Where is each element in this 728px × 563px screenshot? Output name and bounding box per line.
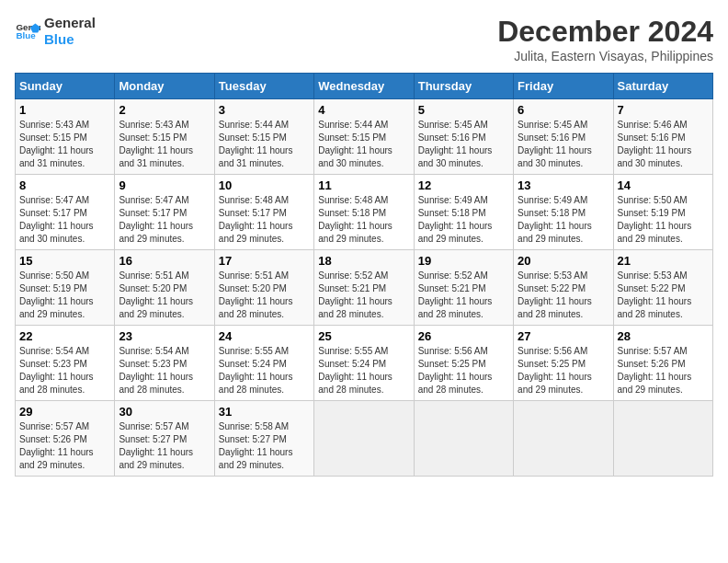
- calendar-day-cell: 1Sunrise: 5:43 AM Sunset: 5:15 PM Daylig…: [16, 99, 115, 175]
- day-info: Sunrise: 5:53 AM Sunset: 5:22 PM Dayligh…: [518, 270, 609, 321]
- day-number: 25: [318, 329, 409, 343]
- day-number: 12: [418, 178, 509, 192]
- month-title: December 2024: [497, 15, 713, 49]
- day-number: 17: [219, 254, 310, 268]
- calendar-day-cell: 11Sunrise: 5:48 AM Sunset: 5:18 PM Dayli…: [314, 175, 414, 250]
- day-number: 1: [19, 103, 110, 117]
- calendar-day-cell: 15Sunrise: 5:50 AM Sunset: 5:19 PM Dayli…: [16, 250, 115, 326]
- day-info: Sunrise: 5:52 AM Sunset: 5:21 PM Dayligh…: [418, 270, 509, 321]
- day-info: Sunrise: 5:48 AM Sunset: 5:17 PM Dayligh…: [219, 194, 310, 246]
- calendar-day-cell: 26Sunrise: 5:56 AM Sunset: 5:25 PM Dayli…: [414, 326, 513, 401]
- calendar-day-cell: 22Sunrise: 5:54 AM Sunset: 5:23 PM Dayli…: [16, 326, 115, 401]
- calendar-day-cell: 29Sunrise: 5:57 AM Sunset: 5:26 PM Dayli…: [16, 401, 115, 477]
- day-info: Sunrise: 5:45 AM Sunset: 5:16 PM Dayligh…: [418, 119, 509, 170]
- calendar-day-cell: 7Sunrise: 5:46 AM Sunset: 5:16 PM Daylig…: [613, 99, 712, 175]
- day-info: Sunrise: 5:55 AM Sunset: 5:24 PM Dayligh…: [318, 345, 409, 396]
- day-of-week-header: Wednesday: [314, 74, 414, 99]
- calendar-day-cell: 2Sunrise: 5:43 AM Sunset: 5:15 PM Daylig…: [115, 99, 214, 175]
- calendar-day-cell: 10Sunrise: 5:48 AM Sunset: 5:17 PM Dayli…: [214, 175, 313, 250]
- calendar-table: SundayMondayTuesdayWednesdayThursdayFrid…: [15, 73, 713, 477]
- day-number: 5: [418, 103, 509, 117]
- calendar-day-cell: 16Sunrise: 5:51 AM Sunset: 5:20 PM Dayli…: [115, 250, 214, 326]
- day-of-week-header: Sunday: [16, 74, 115, 99]
- day-info: Sunrise: 5:50 AM Sunset: 5:19 PM Dayligh…: [19, 270, 110, 321]
- day-number: 29: [19, 405, 110, 419]
- day-number: 6: [518, 103, 609, 117]
- calendar-day-cell: 31Sunrise: 5:58 AM Sunset: 5:27 PM Dayli…: [214, 401, 313, 477]
- day-info: Sunrise: 5:51 AM Sunset: 5:20 PM Dayligh…: [119, 270, 210, 321]
- location-subtitle: Julita, Eastern Visayas, Philippines: [497, 49, 713, 63]
- day-number: 15: [19, 254, 110, 268]
- calendar-week-row: 15Sunrise: 5:50 AM Sunset: 5:19 PM Dayli…: [16, 250, 713, 326]
- calendar-day-cell: 23Sunrise: 5:54 AM Sunset: 5:23 PM Dayli…: [115, 326, 214, 401]
- day-info: Sunrise: 5:57 AM Sunset: 5:26 PM Dayligh…: [618, 345, 709, 396]
- day-number: 23: [119, 329, 210, 343]
- calendar-day-cell: [514, 401, 613, 477]
- calendar-week-row: 8Sunrise: 5:47 AM Sunset: 5:17 PM Daylig…: [16, 175, 713, 250]
- calendar-day-cell: 13Sunrise: 5:49 AM Sunset: 5:18 PM Dayli…: [514, 175, 613, 250]
- calendar-day-cell: 12Sunrise: 5:49 AM Sunset: 5:18 PM Dayli…: [414, 175, 513, 250]
- day-info: Sunrise: 5:47 AM Sunset: 5:17 PM Dayligh…: [119, 194, 210, 246]
- day-number: 4: [318, 103, 409, 117]
- day-number: 13: [518, 178, 609, 192]
- day-info: Sunrise: 5:45 AM Sunset: 5:16 PM Dayligh…: [518, 119, 609, 170]
- calendar-day-cell: 14Sunrise: 5:50 AM Sunset: 5:19 PM Dayli…: [613, 175, 712, 250]
- day-info: Sunrise: 5:49 AM Sunset: 5:18 PM Dayligh…: [418, 194, 509, 246]
- day-info: Sunrise: 5:58 AM Sunset: 5:27 PM Dayligh…: [219, 420, 310, 472]
- day-number: 9: [119, 178, 210, 192]
- day-info: Sunrise: 5:51 AM Sunset: 5:20 PM Dayligh…: [219, 270, 310, 321]
- page-header: General Blue General Blue December 2024 …: [15, 15, 713, 63]
- day-number: 10: [219, 178, 310, 192]
- day-number: 11: [318, 178, 409, 192]
- logo-icon: General Blue: [15, 18, 40, 44]
- day-number: 7: [618, 103, 709, 117]
- day-info: Sunrise: 5:44 AM Sunset: 5:15 PM Dayligh…: [318, 119, 409, 170]
- day-info: Sunrise: 5:53 AM Sunset: 5:22 PM Dayligh…: [618, 270, 709, 321]
- day-of-week-header: Friday: [514, 74, 613, 99]
- calendar-day-cell: 28Sunrise: 5:57 AM Sunset: 5:26 PM Dayli…: [613, 326, 712, 401]
- day-of-week-header: Thursday: [414, 74, 513, 99]
- day-number: 8: [19, 178, 110, 192]
- calendar-week-row: 29Sunrise: 5:57 AM Sunset: 5:26 PM Dayli…: [16, 401, 713, 477]
- day-number: 28: [618, 329, 709, 343]
- calendar-day-cell: 30Sunrise: 5:57 AM Sunset: 5:27 PM Dayli…: [115, 401, 214, 477]
- calendar-day-cell: [414, 401, 513, 477]
- calendar-day-cell: 4Sunrise: 5:44 AM Sunset: 5:15 PM Daylig…: [314, 99, 414, 175]
- day-number: 24: [219, 329, 310, 343]
- day-number: 2: [119, 103, 210, 117]
- day-number: 27: [518, 329, 609, 343]
- day-info: Sunrise: 5:47 AM Sunset: 5:17 PM Dayligh…: [19, 194, 110, 246]
- day-number: 26: [418, 329, 509, 343]
- day-number: 22: [19, 329, 110, 343]
- day-number: 18: [318, 254, 409, 268]
- day-info: Sunrise: 5:43 AM Sunset: 5:15 PM Dayligh…: [19, 119, 110, 170]
- calendar-day-cell: [314, 401, 414, 477]
- day-of-week-header: Monday: [115, 74, 214, 99]
- day-info: Sunrise: 5:44 AM Sunset: 5:15 PM Dayligh…: [219, 119, 310, 170]
- day-info: Sunrise: 5:56 AM Sunset: 5:25 PM Dayligh…: [418, 345, 509, 396]
- calendar-day-cell: 5Sunrise: 5:45 AM Sunset: 5:16 PM Daylig…: [414, 99, 513, 175]
- day-number: 16: [119, 254, 210, 268]
- logo: General Blue General Blue: [15, 15, 96, 48]
- calendar-day-cell: 17Sunrise: 5:51 AM Sunset: 5:20 PM Dayli…: [214, 250, 313, 326]
- calendar-day-cell: 9Sunrise: 5:47 AM Sunset: 5:17 PM Daylig…: [115, 175, 214, 250]
- calendar-day-cell: [613, 401, 712, 477]
- calendar-day-cell: 24Sunrise: 5:55 AM Sunset: 5:24 PM Dayli…: [214, 326, 313, 401]
- day-info: Sunrise: 5:57 AM Sunset: 5:26 PM Dayligh…: [19, 420, 110, 472]
- day-info: Sunrise: 5:57 AM Sunset: 5:27 PM Dayligh…: [119, 420, 210, 472]
- day-info: Sunrise: 5:50 AM Sunset: 5:19 PM Dayligh…: [618, 194, 709, 246]
- calendar-day-cell: 20Sunrise: 5:53 AM Sunset: 5:22 PM Dayli…: [514, 250, 613, 326]
- calendar-day-cell: 3Sunrise: 5:44 AM Sunset: 5:15 PM Daylig…: [214, 99, 313, 175]
- day-number: 3: [219, 103, 310, 117]
- day-info: Sunrise: 5:43 AM Sunset: 5:15 PM Dayligh…: [119, 119, 210, 170]
- calendar-day-cell: 8Sunrise: 5:47 AM Sunset: 5:17 PM Daylig…: [16, 175, 115, 250]
- calendar-day-cell: 21Sunrise: 5:53 AM Sunset: 5:22 PM Dayli…: [613, 250, 712, 326]
- title-block: December 2024 Julita, Eastern Visayas, P…: [497, 15, 713, 63]
- day-info: Sunrise: 5:52 AM Sunset: 5:21 PM Dayligh…: [318, 270, 409, 321]
- day-of-week-header: Tuesday: [214, 74, 313, 99]
- day-info: Sunrise: 5:46 AM Sunset: 5:16 PM Dayligh…: [618, 119, 709, 170]
- calendar-day-cell: 27Sunrise: 5:56 AM Sunset: 5:25 PM Dayli…: [514, 326, 613, 401]
- calendar-day-cell: 6Sunrise: 5:45 AM Sunset: 5:16 PM Daylig…: [514, 99, 613, 175]
- day-of-week-header: Saturday: [613, 74, 712, 99]
- day-info: Sunrise: 5:54 AM Sunset: 5:23 PM Dayligh…: [19, 345, 110, 396]
